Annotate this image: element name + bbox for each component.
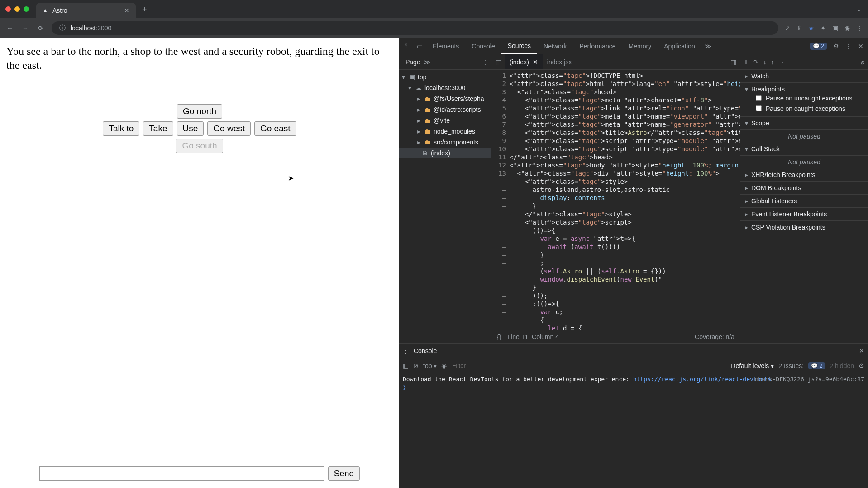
tab-application[interactable]: Application xyxy=(658,38,701,54)
browser-tab[interactable]: ▲ Astro ✕ xyxy=(36,3,136,18)
more-nav-icon[interactable]: ≫ xyxy=(424,58,431,66)
resume-icon[interactable]: ▸⃞ xyxy=(744,58,749,66)
go-west-button[interactable]: Go west xyxy=(207,121,251,136)
back-button[interactable]: ← xyxy=(5,24,14,32)
callstack-not-paused: Not paused xyxy=(740,156,868,168)
breakpoints-section[interactable]: ▾Breakpoints Pause on uncaught exception… xyxy=(740,83,868,117)
take-button[interactable]: Take xyxy=(143,121,173,136)
step-icon[interactable]: → xyxy=(778,58,785,66)
console-settings-icon[interactable]: ⚙ xyxy=(858,362,864,369)
deactivate-bp-icon[interactable]: ⌀ xyxy=(861,58,864,66)
console-filter-input[interactable] xyxy=(451,362,726,369)
go-east-button[interactable]: Go east xyxy=(254,121,296,136)
step-over-icon[interactable]: ↷ xyxy=(753,58,758,66)
tree-file-index[interactable]: 🗎(index) xyxy=(399,148,491,158)
step-out-icon[interactable]: ↑ xyxy=(771,58,774,66)
go-south-button: Go south xyxy=(176,139,223,153)
minimize-window-icon[interactable] xyxy=(14,6,20,12)
toggle-nav-icon[interactable]: ▥ xyxy=(491,58,505,66)
url-port: :3000 xyxy=(95,24,111,32)
close-tab-icon[interactable]: ✕ xyxy=(533,58,538,66)
tree-folder[interactable]: ▸🖿@vite xyxy=(399,115,491,126)
console-drawer: ⋮ Console ✕ ▥ ⊘ top ▾ ◉ Default levels ▾… xyxy=(399,343,868,488)
callstack-section[interactable]: ▾Call Stack xyxy=(740,143,868,156)
tree-top[interactable]: ▾▣top xyxy=(399,72,491,82)
nav-menu-icon[interactable]: ⋮ xyxy=(482,58,488,66)
context-selector[interactable]: top ▾ xyxy=(423,362,437,369)
drawer-menu-icon[interactable]: ⋮ xyxy=(403,347,409,354)
tab-elements[interactable]: Elements xyxy=(426,38,465,54)
console-drawer-tab[interactable]: Console xyxy=(409,347,441,354)
csp-section[interactable]: ▸CSP Violation Breakpoints xyxy=(740,221,868,234)
close-drawer-icon[interactable]: ✕ xyxy=(859,347,864,354)
use-button[interactable]: Use xyxy=(177,121,204,136)
tree-folder[interactable]: ▸🖿src/components xyxy=(399,137,491,148)
astro-favicon-icon: ▲ xyxy=(43,7,48,14)
pause-caught-checkbox[interactable]: Pause on caught exceptions xyxy=(745,103,863,114)
mouse-cursor-icon: ➤ xyxy=(288,174,294,182)
extensions-icon[interactable]: ✦ xyxy=(820,24,826,32)
issues-badge[interactable]: 💬 2 xyxy=(810,43,827,50)
bookmark-icon[interactable]: ★ xyxy=(808,24,814,32)
live-expr-icon[interactable]: ◉ xyxy=(441,362,447,369)
tab-console[interactable]: Console xyxy=(465,38,501,54)
tabs-menu-icon[interactable]: ⌄ xyxy=(856,5,862,13)
format-icon[interactable]: {} xyxy=(497,333,501,340)
window-controls xyxy=(5,6,29,12)
page-nav-tab[interactable]: Page xyxy=(402,58,424,66)
share-icon[interactable]: ⇪ xyxy=(796,24,802,32)
code-editor: ▥ (index)✕ index.jsx ▥ 12345678910111213… xyxy=(491,54,740,343)
new-tab-button[interactable]: + xyxy=(136,5,153,14)
send-button[interactable]: Send xyxy=(328,466,360,481)
tree-folder[interactable]: ▸🖿@id/astro:scripts xyxy=(399,104,491,115)
tab-memory[interactable]: Memory xyxy=(622,38,658,54)
react-devtools-link[interactable]: https://reactjs.org/link/react-devtools xyxy=(633,376,771,383)
tree-folder[interactable]: ▸🖿@fs/Users/stepha xyxy=(399,93,491,104)
dom-bp-section[interactable]: ▸DOM Breakpoints xyxy=(740,182,868,195)
pause-uncaught-checkbox[interactable]: Pause on uncaught exceptions xyxy=(745,93,863,103)
scope-section[interactable]: ▾Scope xyxy=(740,117,868,130)
sidepanel-icon[interactable]: ▣ xyxy=(832,24,838,32)
console-output[interactable]: chunk-DFKQJ226.js?v=9e6b4e8c:87 Download… xyxy=(399,373,868,488)
tree-host[interactable]: ▾☁localhost:3000 xyxy=(399,82,491,93)
global-listeners-section[interactable]: ▸Global Listeners xyxy=(740,195,868,208)
site-info-icon[interactable]: ⓘ xyxy=(58,24,67,32)
close-window-icon[interactable] xyxy=(5,6,11,12)
more-tabs-icon[interactable]: ≫ xyxy=(701,43,715,50)
issues-count-badge[interactable]: 💬 2 xyxy=(808,362,825,369)
watch-section[interactable]: ▸Watch xyxy=(740,70,868,83)
tab-sources[interactable]: Sources xyxy=(501,38,537,54)
devtools-menu-icon[interactable]: ⋮ xyxy=(845,43,852,50)
chrome-menu-icon[interactable]: ⋮ xyxy=(856,24,863,32)
reload-button[interactable]: ⟳ xyxy=(36,24,45,32)
go-north-button[interactable]: Go north xyxy=(177,104,222,119)
zoom-icon[interactable]: ⤢ xyxy=(785,24,790,32)
xhr-section[interactable]: ▸XHR/fetch Breakpoints xyxy=(740,168,868,182)
step-into-icon[interactable]: ↓ xyxy=(763,58,766,66)
talk-to-button[interactable]: Talk to xyxy=(103,121,139,136)
device-icon[interactable]: ▭ xyxy=(413,43,426,50)
profile-icon[interactable]: ◉ xyxy=(844,24,850,32)
settings-icon[interactable]: ⚙ xyxy=(833,43,839,50)
address-bar[interactable]: ⓘ localhost:3000 xyxy=(52,21,778,35)
editor-tab-indexjsx[interactable]: index.jsx xyxy=(543,54,576,69)
sidebar-toggle-icon[interactable]: ▥ xyxy=(403,362,409,369)
maximize-window-icon[interactable] xyxy=(24,6,29,12)
console-prompt-icon: ❯ xyxy=(403,384,406,391)
editor-tab-index[interactable]: (index)✕ xyxy=(505,54,543,69)
tree-folder[interactable]: ▸🖿node_modules xyxy=(399,126,491,137)
devtools: ⟟ ▭ Elements Console Sources Network Per… xyxy=(399,38,868,488)
tab-network[interactable]: Network xyxy=(537,38,573,54)
inspect-icon[interactable]: ⟟ xyxy=(399,42,413,50)
close-tab-icon[interactable]: ✕ xyxy=(124,7,129,14)
command-input[interactable] xyxy=(39,466,324,481)
tab-performance[interactable]: Performance xyxy=(573,38,622,54)
code-body[interactable]: <"attr">class="tagc">!DOCTYPE html><"att… xyxy=(510,70,740,330)
log-levels-select[interactable]: Default levels ▾ xyxy=(731,362,774,369)
cursor-position: Line 11, Column 4 xyxy=(507,333,559,340)
forward-button[interactable]: → xyxy=(21,24,30,32)
close-devtools-icon[interactable]: ✕ xyxy=(858,43,863,50)
urlbar: ← → ⟳ ⓘ localhost:3000 ⤢ ⇪ ★ ✦ ▣ ◉ ⋮ xyxy=(0,18,868,38)
clear-console-icon[interactable]: ⊘ xyxy=(413,362,419,369)
event-listeners-section[interactable]: ▸Event Listener Breakpoints xyxy=(740,208,868,221)
